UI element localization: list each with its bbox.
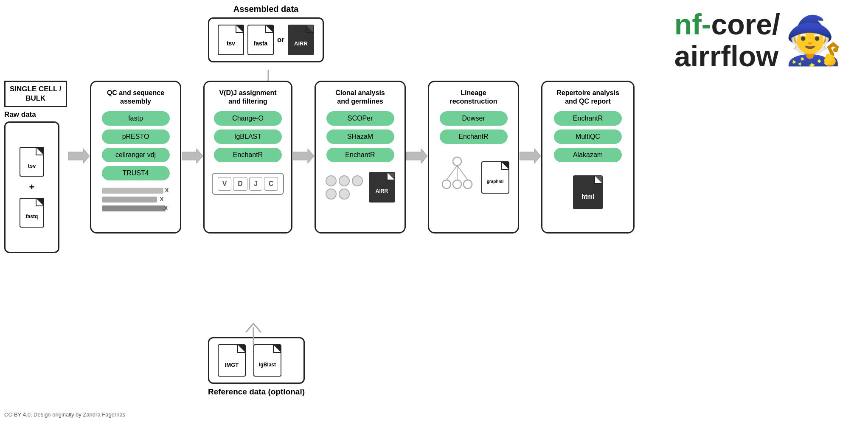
core-text: core/ xyxy=(711,8,780,40)
tool-enchantr-lineage: EnchantR xyxy=(440,129,508,144)
clonal-icons: AIRR xyxy=(326,172,395,203)
html-file-section: html xyxy=(573,175,603,209)
alignment-lines: X X X xyxy=(102,188,170,211)
logo-area: nf-core/ airrflow 🧙 xyxy=(674,8,843,72)
airr-file-icon: AIRR xyxy=(288,25,314,55)
svg-point-10 xyxy=(463,180,472,188)
stage-repertoire: Repertoire analysisand QC report Enchant… xyxy=(541,81,635,234)
d-cell: D xyxy=(233,177,247,191)
igblast-icon: IgBlast xyxy=(253,344,281,377)
raw-data-label: Raw data xyxy=(4,110,36,119)
svg-marker-3 xyxy=(406,149,427,163)
stage-qc: QC and sequenceassembly fastp pRESTO cel… xyxy=(90,81,181,234)
assembled-data-box: tsv fasta or AIRR xyxy=(208,17,324,62)
svg-point-4 xyxy=(453,157,461,166)
stage-qc-title: QC and sequenceassembly xyxy=(107,89,164,106)
svg-point-8 xyxy=(442,180,451,188)
align-line-2: X xyxy=(102,197,170,203)
assembled-data-label: Assembled data xyxy=(208,4,324,14)
stage-lineage: Lineagereconstruction Dowser EnchantR xyxy=(428,81,519,234)
svg-marker-11 xyxy=(520,149,541,163)
pipeline-flow: SINGLE CELL /BULK Raw data tsv + fastq xyxy=(4,81,864,253)
arrow-4 xyxy=(406,149,428,163)
align-line-3: X xyxy=(102,205,170,211)
svg-marker-0 xyxy=(68,149,90,163)
tool-alakazam: Alakazam xyxy=(554,148,622,162)
html-file-icon: html xyxy=(573,175,603,209)
tool-enchantr-vdj: EnchantR xyxy=(214,148,282,162)
clonal-circles xyxy=(326,175,363,200)
tool-dowser: Dowser xyxy=(440,111,508,126)
tool-cellranger: cellranger vdj xyxy=(102,148,170,162)
reference-data-label: Reference data (optional) xyxy=(208,387,305,397)
circle-3 xyxy=(352,175,363,186)
svg-point-9 xyxy=(453,180,461,188)
stage-vdj-title: V(D)J assignmentand filtering xyxy=(219,89,276,106)
j-cell: J xyxy=(249,177,262,191)
single-cell-label: SINGLE CELL /BULK xyxy=(4,81,67,107)
airr-file-assembled: AIRR xyxy=(288,25,314,55)
tsv-input-icon: tsv xyxy=(20,147,44,177)
wizard-icon: 🧙 xyxy=(784,17,843,64)
svg-marker-2 xyxy=(293,149,314,163)
tool-shazam: SHazaM xyxy=(326,129,394,144)
logo-text: nf-core/ airrflow xyxy=(674,8,780,72)
circle-2 xyxy=(339,175,350,186)
stage-clonal: Clonal analysisand germlines SCOPer SHaz… xyxy=(315,81,406,234)
airr-clonal-icon: AIRR xyxy=(369,172,395,203)
input-files-box: tsv + fastq xyxy=(4,121,59,253)
reference-up-arrow xyxy=(242,321,265,346)
tool-presto: pRESTO xyxy=(102,129,170,144)
lineage-icons: graphml xyxy=(438,155,509,194)
fasta-file-assembled: fasta xyxy=(247,25,274,55)
v-cell: V xyxy=(218,177,232,191)
tool-scoper: SCOPer xyxy=(326,111,394,126)
arrow-3 xyxy=(292,149,315,163)
svg-line-5 xyxy=(447,166,457,180)
stage-lineage-title: Lineagereconstruction xyxy=(449,89,497,106)
plus-sign: + xyxy=(29,182,35,193)
tool-changeo: Change-O xyxy=(214,111,282,126)
tool-fastp: fastp xyxy=(102,111,170,126)
tool-igblast: IgBLAST xyxy=(214,129,282,144)
stage-vdj: V(D)J assignmentand filtering Change-O I… xyxy=(203,81,292,234)
arrow-1 xyxy=(68,149,90,163)
tree-icon xyxy=(438,155,476,194)
fastq-input-icon: fastq xyxy=(20,198,44,228)
main-container: nf-core/ airrflow 🧙 Assembled data tsv f… xyxy=(0,0,868,422)
tool-enchantr-rep: EnchantR xyxy=(554,111,622,126)
tsv-file-icon: tsv xyxy=(218,25,244,55)
svg-marker-1 xyxy=(182,149,203,163)
c-cell: C xyxy=(264,177,278,191)
nf-text: nf- xyxy=(674,8,711,40)
stage-clonal-title: Clonal analysisand germlines xyxy=(335,89,385,106)
tool-trust4: TRUST4 xyxy=(102,166,170,180)
assembled-data-section: Assembled data tsv fasta or xyxy=(208,4,324,62)
imgt-file: IMGT xyxy=(218,344,246,377)
footer: CC-BY 4.0. Design originally by Zandra F… xyxy=(4,411,125,418)
tsv-file-assembled: tsv xyxy=(218,25,244,55)
input-section: SINGLE CELL /BULK Raw data tsv + fastq xyxy=(4,81,68,253)
stage-repertoire-title: Repertoire analysisand QC report xyxy=(556,89,619,106)
imgt-icon: IMGT xyxy=(218,344,246,377)
align-line-1: X xyxy=(102,188,170,194)
svg-line-7 xyxy=(457,166,468,180)
or-text: or xyxy=(277,36,284,44)
graphml-icon: graphml xyxy=(481,161,509,194)
arrow-2 xyxy=(181,149,203,163)
arrow-5 xyxy=(519,149,541,163)
tool-enchantr-clonal: EnchantR xyxy=(326,148,394,162)
circle-1 xyxy=(326,175,337,186)
tool-multiqc: MultiQC xyxy=(554,129,622,144)
vdjc-box: V D J C xyxy=(212,173,284,195)
fastq-file-input: fastq xyxy=(20,198,44,228)
airrflow-text: airrflow xyxy=(674,40,780,72)
circle-5 xyxy=(339,188,350,200)
fasta-file-icon: fasta xyxy=(247,25,274,55)
tsv-file-input: tsv xyxy=(20,147,44,177)
circle-4 xyxy=(326,188,337,200)
igblast-file: IgBlast xyxy=(253,344,281,377)
